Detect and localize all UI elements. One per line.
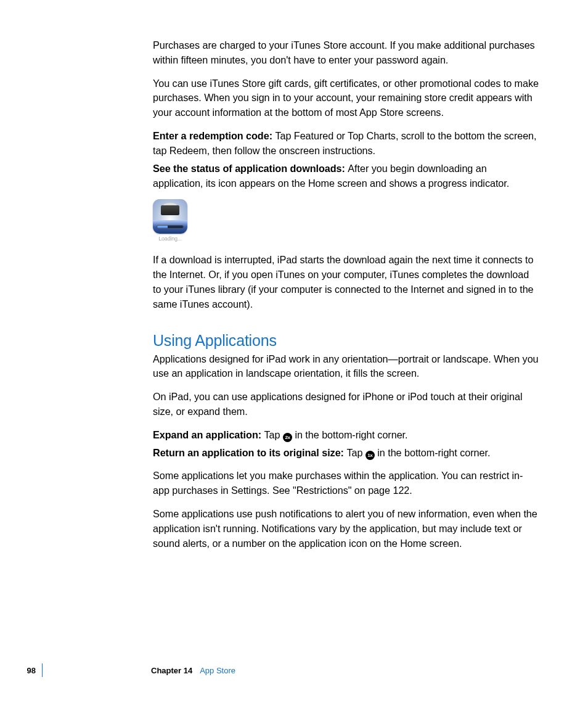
paragraph-redemption: Enter a redemption code: Tap Featured or… [153,129,539,158]
paragraph-push-notifications: Some applications use push notifications… [153,507,539,551]
paragraph-gift-cards: You can use iTunes Store gift cards, gif… [153,76,539,120]
progress-fill [157,226,168,228]
paragraph-download-status: See the status of application downloads:… [153,162,539,191]
lead-redemption: Enter a redemption code: [153,130,275,141]
app-icon [153,199,187,234]
shrink-1x-icon: 1x [365,451,375,460]
paragraph-purchases: Purchases are charged to your iTunes Sto… [153,38,539,68]
page-content: Purchases are charged to your iTunes Sto… [0,0,588,551]
chapter-label: Chapter 14 [43,666,192,675]
page-number: 98 [0,666,42,675]
progress-bar [157,225,184,229]
paragraph-interrupted: If a download is interrupted, iPad start… [153,253,539,311]
app-icon-band [161,205,179,215]
lead-return: Return an application to its original si… [153,447,346,458]
loading-app-figure: Loading... [153,199,539,242]
body-expand-a: Tap [264,429,283,440]
paragraph-iphone-apps: On iPad, you can use applications design… [153,390,539,419]
body-return-a: Tap [346,447,365,458]
page-footer: 98 Chapter 14 App Store [0,663,588,677]
paragraph-expand: Expand an application: Tap 2x in the bot… [153,428,539,443]
lead-expand: Expand an application: [153,429,264,440]
paragraph-in-app-purchases: Some applications let you make purchases… [153,469,539,498]
heading-using-applications: Using Applications [153,332,539,350]
lead-download-status: See the status of application downloads: [153,163,348,174]
chapter-title: App Store [192,666,235,675]
paragraph-return-size: Return an application to its original si… [153,446,539,461]
body-expand-b: in the bottom-right corner. [292,429,408,440]
loading-label: Loading... [153,236,187,242]
paragraph-orientation: Applications designed for iPad work in a… [153,352,539,382]
body-return-b: in the bottom-right corner. [375,447,491,458]
expand-2x-icon: 2x [283,433,292,442]
